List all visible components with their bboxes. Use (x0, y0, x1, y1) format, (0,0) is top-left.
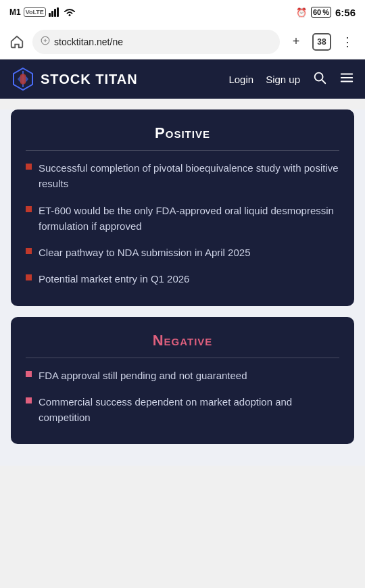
list-item-text: Clear pathway to NDA submission in April… (39, 245, 251, 260)
security-icon (41, 36, 50, 47)
bullet-icon (26, 248, 32, 254)
list-item: FDA approval still pending and not guara… (26, 368, 339, 383)
nav-actions: Login Sign up (228, 70, 354, 89)
login-link[interactable]: Login (228, 74, 253, 85)
negative-card: Negative FDA approval still pending and … (11, 317, 354, 445)
url-text: stocktitan.net/ne (54, 36, 123, 47)
bullet-icon (26, 206, 32, 212)
svg-rect-3 (57, 7, 59, 17)
status-bar: M1 VoLTE ⏰ 60% 6:56 (0, 0, 365, 24)
logo-icon (11, 67, 35, 91)
positive-list: Successful completion of pivotal bioequi… (26, 160, 339, 287)
time-label: 6:56 (335, 7, 356, 18)
bullet-icon (26, 274, 32, 280)
bullet-icon (26, 397, 32, 403)
page-content: Positive Successful completion of pivota… (0, 109, 365, 466)
battery-icon: 60% (311, 7, 331, 18)
logo[interactable]: STOCK TITAN (11, 67, 138, 91)
wifi-icon (64, 7, 76, 17)
tab-count-button[interactable]: 38 (312, 33, 331, 51)
volte-badge: VoLTE (24, 7, 46, 17)
browser-menu-button[interactable]: ⋮ (337, 31, 358, 53)
list-item-text: Potential market entry in Q1 2026 (39, 271, 189, 287)
svg-rect-0 (49, 13, 51, 17)
bullet-icon (26, 371, 32, 377)
carrier-label: M1 (9, 7, 21, 17)
list-item: Potential market entry in Q1 2026 (26, 271, 339, 287)
nav-bar: STOCK TITAN Login Sign up (0, 59, 365, 99)
positive-title: Positive (26, 124, 339, 151)
hamburger-menu-button[interactable] (339, 70, 354, 89)
list-item: Commercial success dependent on market a… (26, 394, 339, 426)
new-tab-button[interactable]: + (285, 31, 307, 53)
home-button[interactable] (7, 32, 27, 52)
list-item-text: Successful completion of pivotal bioequi… (39, 160, 339, 192)
list-item-text: FDA approval still pending and not guara… (39, 368, 247, 383)
browser-bar: stocktitan.net/ne + 38 ⋮ (0, 24, 365, 59)
svg-point-4 (68, 14, 70, 16)
list-item-text: Commercial success dependent on market a… (39, 394, 339, 426)
negative-list: FDA approval still pending and not guara… (26, 368, 339, 426)
list-item: ET-600 would be the only FDA-approved or… (26, 203, 339, 235)
list-item: Successful completion of pivotal bioequi… (26, 160, 339, 192)
positive-card: Positive Successful completion of pivota… (11, 109, 354, 306)
search-button[interactable] (312, 70, 327, 89)
status-left: M1 VoLTE (9, 7, 76, 17)
svg-rect-2 (54, 9, 56, 17)
bullet-icon (26, 164, 32, 170)
battery-level: 60 (313, 8, 321, 16)
status-right: ⏰ 60% 6:56 (296, 7, 356, 18)
logo-text: STOCK TITAN (41, 72, 138, 87)
signup-link[interactable]: Sign up (266, 74, 300, 85)
list-item: Clear pathway to NDA submission in April… (26, 245, 339, 260)
alarm-icon: ⏰ (296, 7, 307, 18)
negative-title: Negative (26, 332, 339, 358)
svg-rect-1 (51, 11, 53, 17)
list-item-text: ET-600 would be the only FDA-approved or… (39, 203, 339, 235)
signal-icon (49, 7, 61, 17)
url-bar[interactable]: stocktitan.net/ne (32, 30, 280, 54)
